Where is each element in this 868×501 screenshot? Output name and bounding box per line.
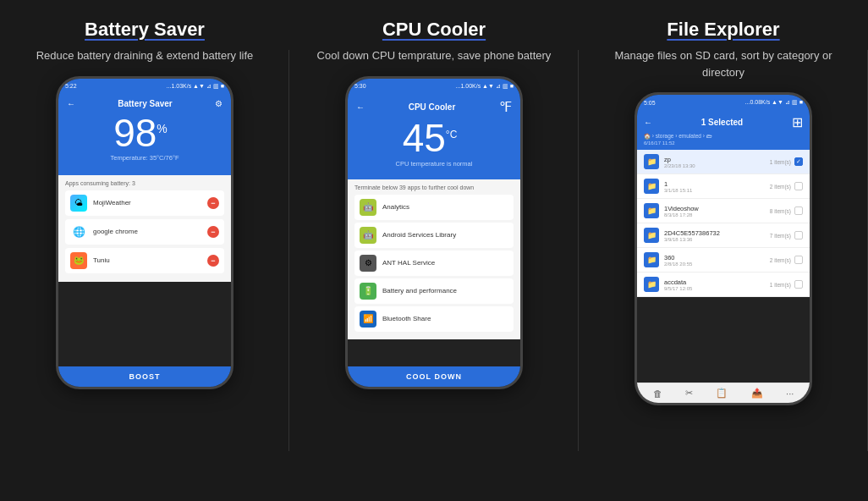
file-info-360: 360 2/8/18 20:55 <box>664 254 770 267</box>
terminate-label: Terminate below 39 apps to further cool … <box>354 184 514 190</box>
file-info-accdata: accdata 9/5/17 12:05 <box>664 278 770 291</box>
mojiweather-icon: 🌤 <box>70 195 87 212</box>
folder-icon-zp: 📁 <box>644 154 659 169</box>
checkbox-360[interactable] <box>794 256 803 264</box>
remove-tuniu-btn[interactable]: − <box>207 255 219 267</box>
cut-icon[interactable]: ✂ <box>685 388 693 399</box>
analytics-name: Analytics <box>382 203 508 211</box>
ant-name: ANT HAL Service <box>382 259 508 267</box>
file-info-zp: zp 2/23/18 13:30 <box>664 156 770 168</box>
android-services-name: Android Services Library <box>382 231 508 239</box>
cpu-cooler-subtitle: Cool down CPU temprature, save phone bat… <box>317 47 552 64</box>
checkbox-accdata[interactable] <box>794 280 803 289</box>
file-explorer-phone: 5:05 ...0.08K/s ▲▼ ⊿ ▥ ■ ← 1 Selected ⊞ … <box>635 92 812 405</box>
tuniu-icon: 🐸 <box>70 252 87 269</box>
app-row-battery-perf: 🔋 Battery and performance <box>354 278 514 304</box>
bs-nav: ← Battery Saver ⚙ <box>67 99 222 108</box>
file-row-1[interactable]: 📁 1 3/1/18 15:11 2 item(s) <box>637 174 810 199</box>
cpu-temperature: 45°C <box>356 118 512 157</box>
more-icon[interactable]: ··· <box>786 388 794 399</box>
ant-icon: ⚙ <box>360 255 376 272</box>
status-bar-cpu: 5:30 ...1.00K/s ▲▼ ⊿ ▥ ■ <box>348 79 520 94</box>
battery-saver-subtitle: Reduce battery draining & extend battery… <box>36 47 254 64</box>
file-explorer-title: File Explorer <box>667 19 779 41</box>
file-row-accdata[interactable]: 📁 accdata 9/5/17 12:05 1 item(s) <box>637 273 810 297</box>
delete-icon[interactable]: 🗑 <box>653 388 662 399</box>
file-info-videoshow: 1Videoshow 8/3/18 17:28 <box>664 205 770 217</box>
folder-icon-videoshow: 📁 <box>644 203 659 218</box>
cpu-status-text: CPU temperature is normal <box>356 160 512 168</box>
back-icon-cpu[interactable]: ← <box>356 102 365 112</box>
folder-icon-1: 📁 <box>644 179 659 194</box>
settings-icon[interactable]: ⚙ <box>215 99 222 108</box>
bluetooth-icon: 📶 <box>360 311 376 328</box>
fe-header: ← 1 Selected ⊞ 🏠 › storage › emulated › … <box>637 110 810 150</box>
app-row-mojiweather: 🌤 MojiWeather − <box>65 190 224 216</box>
app-row-tuniu: 🐸 Tuniu − <box>65 248 224 273</box>
folder-icon-2d4c5e: 📁 <box>644 228 659 243</box>
fe-nav: ← 1 Selected ⊞ <box>644 114 803 130</box>
remove-mojiweather-btn[interactable]: − <box>207 197 219 209</box>
file-info-2d4c5e: 2D4C5E557386732 3/9/18 13:36 <box>664 229 770 242</box>
file-row-zp[interactable]: 📁 zp 2/23/18 13:30 1 item(s) ✓ <box>637 150 810 174</box>
cpu-cooler-phone: 5:30 ...1.00K/s ▲▼ ⊿ ▥ ■ ← CPU Cooler ℉ … <box>345 76 523 389</box>
copy-icon[interactable]: 📋 <box>716 388 728 399</box>
cpu-cooler-title: CPU Cooler <box>382 19 486 41</box>
app-row-android-services: 🤖 Android Services Library <box>354 223 514 248</box>
cc-header: ← CPU Cooler ℉ 45°C CPU temperature is n… <box>348 94 520 179</box>
battery-saver-panel: Battery Saver Reduce battery draining & … <box>0 0 289 501</box>
tuniu-name: Tuniu <box>93 256 207 264</box>
cooldown-button[interactable]: COOL DOWN <box>348 366 520 387</box>
cc-body: Terminate below 39 apps to further cool … <box>348 179 520 339</box>
battery-temperature: Temperature: 35°C/76°F <box>67 154 222 162</box>
folder-icon-accdata: 📁 <box>644 277 659 292</box>
bs-body: Apps consuming battery: 3 🌤 MojiWeather … <box>58 175 231 282</box>
battery-saver-title: Battery Saver <box>85 19 205 41</box>
checkbox-videoshow[interactable] <box>794 206 803 215</box>
remove-chrome-btn[interactable]: − <box>207 226 219 238</box>
file-info-1: 1 3/1/18 15:11 <box>664 180 770 193</box>
selected-label: 1 Selected <box>701 118 743 127</box>
cc-nav: ← CPU Cooler ℉ <box>356 99 512 115</box>
bs-header: ← Battery Saver ⚙ 98% Temperature: 35°C/… <box>58 94 231 175</box>
back-icon[interactable]: ← <box>67 99 75 108</box>
cpu-cooler-panel: CPU Cooler Cool down CPU temprature, sav… <box>289 0 579 501</box>
analytics-icon: 🤖 <box>360 199 376 216</box>
apps-consuming-label: Apps consuming battery: 3 <box>65 180 224 186</box>
checkbox-1[interactable] <box>794 182 803 190</box>
share-icon[interactable]: 📤 <box>751 388 763 399</box>
fe-bottom-bar: 🗑 ✂ 📋 📤 ··· <box>637 383 810 403</box>
breadcrumb-date: 6/16/17 11:52 <box>644 140 803 146</box>
battery-perf-name: Battery and performance <box>382 287 508 295</box>
app-row-ant: ⚙ ANT HAL Service <box>354 250 514 276</box>
app-row-bluetooth: 📶 Bluetooth Share <box>354 306 514 332</box>
battery-percentage: 98% <box>67 113 222 152</box>
file-row-videoshow[interactable]: 📁 1Videoshow 8/3/18 17:28 8 item(s) <box>637 199 810 223</box>
chrome-icon: 🌐 <box>70 223 87 240</box>
grid-icon[interactable]: ⊞ <box>792 114 803 130</box>
mojiweather-name: MojiWeather <box>93 199 207 206</box>
bluetooth-name: Bluetooth Share <box>382 315 508 322</box>
app-row-chrome: 🌐 google chrome − <box>65 219 224 245</box>
file-explorer-subtitle: Manage files on SD card, sort by categor… <box>594 47 853 80</box>
status-bar-fe: 5:05 ...0.08K/s ▲▼ ⊿ ▥ ■ <box>637 95 810 110</box>
fe-body: 📁 zp 2/23/18 13:30 1 item(s) ✓ 📁 1 3/1/1… <box>637 150 810 297</box>
back-icon-fe[interactable]: ← <box>644 118 652 127</box>
temp-unit-icon: ℉ <box>499 99 512 115</box>
battery-saver-phone: 5:22 ...1.03K/s ▲▼ ⊿ ▥ ■ ← Battery Saver… <box>56 76 233 389</box>
chrome-name: google chrome <box>93 228 207 235</box>
android-services-icon: 🤖 <box>360 227 376 244</box>
status-bar: 5:22 ...1.03K/s ▲▼ ⊿ ▥ ■ <box>58 79 231 94</box>
checkbox-zp[interactable]: ✓ <box>794 157 803 166</box>
boost-button[interactable]: BOOST <box>58 366 231 387</box>
file-row-360[interactable]: 📁 360 2/8/18 20:55 2 item(s) <box>637 248 810 273</box>
battery-app-icon: 🔋 <box>360 283 376 300</box>
folder-icon-360: 📁 <box>644 252 659 267</box>
file-explorer-panel: File Explorer Manage files on SD card, s… <box>579 0 868 501</box>
breadcrumb: 🏠 › storage › emulated › 🗁 <box>644 133 803 140</box>
app-row-analytics: 🤖 Analytics <box>354 195 514 220</box>
bs-nav-title: Battery Saver <box>118 99 172 108</box>
file-row-2d4c5e[interactable]: 📁 2D4C5E557386732 3/9/18 13:36 7 item(s) <box>637 223 810 248</box>
cc-nav-title: CPU Cooler <box>409 102 456 112</box>
checkbox-2d4c5e[interactable] <box>794 231 803 239</box>
